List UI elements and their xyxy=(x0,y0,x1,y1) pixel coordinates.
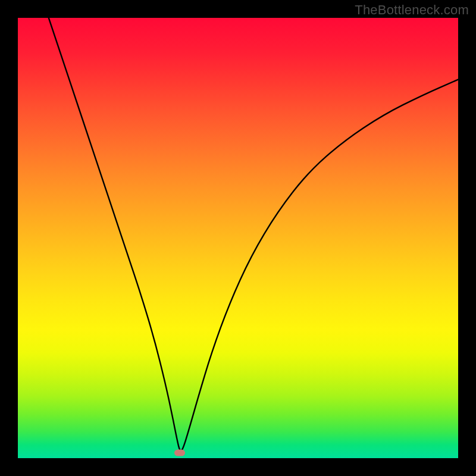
stage: TheBottleneck.com xyxy=(0,0,476,476)
bottleneck-curve-path xyxy=(49,18,458,450)
curve-svg xyxy=(18,18,458,458)
watermark-text: TheBottleneck.com xyxy=(355,2,469,18)
plot-area xyxy=(18,18,458,458)
optimal-marker xyxy=(174,450,185,456)
